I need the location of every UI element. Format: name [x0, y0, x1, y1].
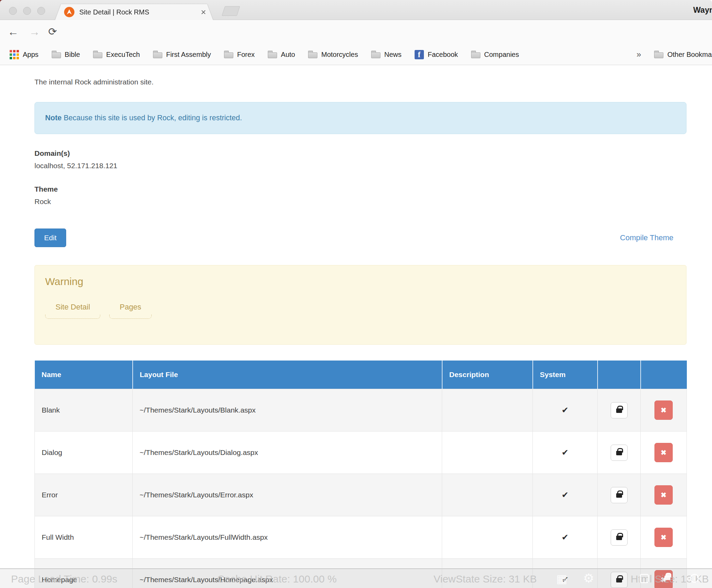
table-row[interactable]: Error ~/Themes/Stark/Layouts/Error.aspx …	[35, 474, 687, 516]
bookmark-first-assembly[interactable]: First Assembly	[153, 51, 211, 59]
bookmark-label: Companies	[484, 51, 519, 59]
compile-theme-link[interactable]: Compile Theme	[620, 233, 673, 242]
folder-icon	[93, 52, 102, 58]
note-text: Because this site is used by Rock, editi…	[64, 114, 242, 122]
new-tab-button[interactable]	[222, 6, 240, 16]
table-row[interactable]: Dialog ~/Themes/Stark/Layouts/Dialog.asp…	[35, 432, 687, 474]
col-header-description[interactable]: Description	[442, 361, 533, 389]
table-row[interactable]: Homepage ~/Themes/Stark/Layouts/Homepage…	[35, 559, 687, 588]
bookmark-companies[interactable]: Companies	[471, 51, 519, 59]
cell-layout-file: ~/Themes/Stark/Layouts/Blank.aspx	[133, 389, 442, 432]
cell-description	[442, 474, 533, 516]
table-row[interactable]: Blank ~/Themes/Stark/Layouts/Blank.aspx …	[35, 389, 687, 432]
domains-label: Domain(s)	[34, 149, 686, 158]
table-header-row: Name Layout File Description System	[35, 361, 687, 389]
bookmark-apps[interactable]: Apps	[10, 50, 39, 59]
warning-title: Warning	[45, 276, 676, 287]
bookmark-label: Forex	[237, 51, 255, 59]
folder-icon	[654, 52, 663, 58]
page-content: The internal Rock administration site. N…	[0, 65, 712, 588]
cell-description	[442, 389, 533, 432]
reload-icon[interactable]: ⟳	[48, 25, 57, 39]
security-button[interactable]	[611, 445, 628, 461]
cell-layout-file: ~/Themes/Stark/Layouts/Homepage.aspx	[133, 559, 442, 588]
bookmark-forex[interactable]: Forex	[224, 51, 255, 59]
col-header-delete	[641, 361, 687, 389]
tab-pages[interactable]: Pages	[109, 303, 151, 319]
lock-icon	[616, 493, 622, 498]
folder-icon	[52, 52, 61, 58]
security-button[interactable]	[611, 529, 628, 546]
bookmark-news[interactable]: News	[371, 51, 401, 59]
cell-name: Full Width	[35, 516, 133, 559]
browser-tab-strip: Site Detail | Rock RMS × Wayn	[0, 0, 712, 20]
window-controls[interactable]	[9, 7, 45, 15]
cell-layout-file: ~/Themes/Stark/Layouts/Dialog.aspx	[133, 432, 442, 474]
bookmarks-bar: Apps Bible ExecuTech First Assembly Fore…	[0, 44, 712, 65]
lock-icon	[616, 408, 622, 413]
close-window-button[interactable]	[9, 7, 17, 15]
cell-description	[442, 516, 533, 559]
lock-icon	[616, 578, 622, 582]
cell-layout-file: ~/Themes/Stark/Layouts/FullWidth.aspx	[133, 516, 442, 559]
system-check-icon: ✔	[561, 448, 568, 457]
col-header-security	[598, 361, 641, 389]
delete-button[interactable]: ✖	[654, 570, 673, 588]
bookmark-executech[interactable]: ExecuTech	[93, 51, 140, 59]
lock-icon	[616, 536, 622, 540]
tab-title: Site Detail | Rock RMS	[79, 8, 197, 16]
zoom-window-button[interactable]	[37, 7, 45, 15]
browser-tab[interactable]: Site Detail | Rock RMS ×	[55, 4, 213, 20]
system-check-icon: ✔	[561, 490, 568, 499]
theme-field: Theme Rock	[34, 185, 686, 206]
delete-button[interactable]: ✖	[654, 401, 673, 420]
folder-icon	[153, 52, 162, 58]
col-header-system[interactable]: System	[533, 361, 598, 389]
folder-icon	[371, 52, 380, 58]
apps-grid-icon	[10, 50, 19, 59]
cell-name: Blank	[35, 389, 133, 432]
forward-icon: →	[29, 25, 40, 39]
facebook-icon: f	[415, 50, 424, 59]
col-header-layout-file[interactable]: Layout File	[133, 361, 442, 389]
bookmark-label: News	[384, 51, 401, 59]
tab-underline	[45, 315, 100, 319]
folder-icon	[224, 52, 233, 58]
bookmark-facebook[interactable]: fFacebook	[415, 50, 458, 59]
system-check-icon: ✔	[561, 533, 568, 542]
cell-name: Error	[35, 474, 133, 516]
bookmark-motorcycles[interactable]: Motorcycles	[308, 51, 358, 59]
minimize-window-button[interactable]	[23, 7, 31, 15]
security-button[interactable]	[611, 487, 628, 503]
bookmarks-overflow-icon[interactable]: »	[637, 50, 641, 59]
theme-label: Theme	[34, 185, 686, 193]
security-button[interactable]	[611, 572, 628, 588]
cell-description	[442, 559, 533, 588]
table-row[interactable]: Full Width ~/Themes/Stark/Layouts/FullWi…	[35, 516, 687, 559]
edit-button[interactable]: Edit	[34, 229, 66, 247]
security-button[interactable]	[611, 402, 628, 418]
bookmark-label: First Assembly	[166, 51, 211, 59]
domains-field: Domain(s) localhost, 52.171.218.121	[34, 149, 686, 170]
tab-site-detail[interactable]: Site Detail	[45, 303, 100, 319]
bookmark-label: ExecuTech	[106, 51, 140, 59]
bookmark-label: Facebook	[428, 51, 458, 59]
bookmark-label: Auto	[281, 51, 295, 59]
col-header-name[interactable]: Name	[35, 361, 133, 389]
tab-close-icon[interactable]: ×	[201, 8, 206, 17]
bookmark-auto[interactable]: Auto	[268, 51, 295, 59]
bookmark-bible[interactable]: Bible	[52, 51, 80, 59]
other-bookmarks[interactable]: Other Bookmarks	[654, 51, 712, 59]
domains-value: localhost, 52.171.218.121	[34, 162, 686, 170]
bookmark-label: Apps	[23, 51, 39, 59]
delete-button[interactable]: ✖	[654, 528, 673, 547]
delete-button[interactable]: ✖	[654, 443, 673, 462]
rock-rms-favicon	[64, 7, 74, 17]
profile-name: Wayn	[693, 6, 712, 15]
site-description: The internal Rock administration site.	[34, 78, 686, 86]
bookmark-label: Motorcycles	[321, 51, 358, 59]
delete-button[interactable]: ✖	[654, 485, 673, 505]
back-icon[interactable]: ←	[8, 25, 19, 39]
system-check-icon: ✔	[561, 405, 568, 415]
lock-icon	[616, 451, 622, 455]
